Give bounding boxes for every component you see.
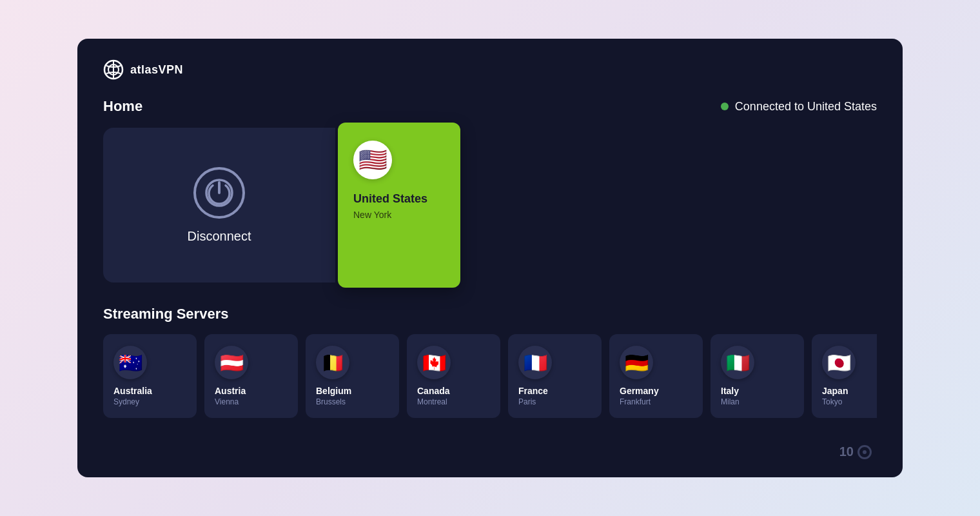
- disconnect-label: Disconnect: [188, 229, 251, 244]
- status-dot: [721, 103, 729, 110]
- server-city-name: Frankfurt: [620, 397, 651, 406]
- connected-city: New York: [353, 210, 391, 220]
- server-card-item[interactable]: 🇫🇷FranceParis: [508, 334, 602, 418]
- connected-country: United States: [353, 192, 427, 206]
- server-city-name: Brussels: [316, 397, 346, 406]
- server-card-item[interactable]: 🇦🇺AustraliaSydney: [103, 334, 197, 418]
- server-country-name: Austria: [215, 386, 246, 396]
- server-country-name: Canada: [417, 386, 450, 396]
- streaming-section: Streaming Servers 🇦🇺AustraliaSydney🇦🇹Aus…: [103, 306, 877, 418]
- page-number: 10: [839, 444, 854, 459]
- app-window: atlasVPN Home Connected to United States…: [77, 39, 903, 477]
- server-country-name: Belgium: [316, 386, 351, 396]
- server-country-name: Japan: [822, 386, 848, 396]
- svg-point-5: [863, 450, 867, 454]
- server-card-item[interactable]: 🇮🇹ItalyMilan: [710, 334, 804, 418]
- server-flag: 🇧🇪: [316, 346, 349, 379]
- server-flag: 🇫🇷: [518, 346, 552, 379]
- server-city-name: Vienna: [215, 397, 239, 406]
- server-city-name: Milan: [721, 397, 740, 406]
- streaming-title: Streaming Servers: [103, 306, 877, 322]
- server-flag: 🇮🇹: [721, 346, 754, 379]
- server-country-name: Italy: [721, 386, 739, 396]
- server-flag: 🇦🇹: [215, 346, 248, 379]
- server-city-name: Paris: [518, 397, 536, 406]
- server-cards-list: 🇦🇺AustraliaSydney🇦🇹AustriaVienna🇧🇪Belgiu…: [103, 334, 877, 418]
- server-card-item[interactable]: 🇯🇵JapanTokyo: [812, 334, 877, 418]
- logo-text: atlasVPN: [130, 63, 183, 77]
- server-card-item[interactable]: 🇨🇦CanadaMontreal: [407, 334, 500, 418]
- power-icon: [193, 167, 245, 219]
- server-country-name: Australia: [113, 386, 152, 396]
- home-title: Home: [103, 98, 142, 115]
- server-card-item[interactable]: 🇦🇹AustriaVienna: [204, 334, 298, 418]
- server-country-name: Germany: [620, 386, 659, 396]
- header-row: Home Connected to United States: [103, 98, 877, 115]
- server-flag: 🇨🇦: [417, 346, 451, 379]
- server-country-name: France: [518, 386, 548, 396]
- logo-area: atlasVPN: [103, 59, 877, 80]
- connection-status: Connected to United States: [721, 100, 877, 114]
- server-city-name: Sydney: [113, 397, 139, 406]
- server-card-item[interactable]: 🇩🇪GermanyFrankfurt: [609, 334, 703, 418]
- server-flag: 🇩🇪: [620, 346, 653, 379]
- main-cards: Disconnect 🇺🇸 United States New York: [103, 128, 877, 283]
- status-text: Connected to United States: [735, 100, 877, 114]
- server-flag: 🇦🇺: [113, 346, 147, 379]
- page-indicator: 10: [839, 444, 872, 459]
- connected-flag: 🇺🇸: [353, 141, 392, 179]
- server-city-name: Montreal: [417, 397, 447, 406]
- server-flag: 🇯🇵: [822, 346, 856, 379]
- page-circle-icon: [858, 445, 872, 459]
- server-city-name: Tokyo: [822, 397, 842, 406]
- disconnect-button[interactable]: Disconnect: [103, 128, 335, 283]
- connected-location-card[interactable]: 🇺🇸 United States New York: [338, 123, 460, 288]
- server-card-item[interactable]: 🇧🇪BelgiumBrussels: [306, 334, 399, 418]
- atlasvpn-logo-icon: [103, 59, 124, 80]
